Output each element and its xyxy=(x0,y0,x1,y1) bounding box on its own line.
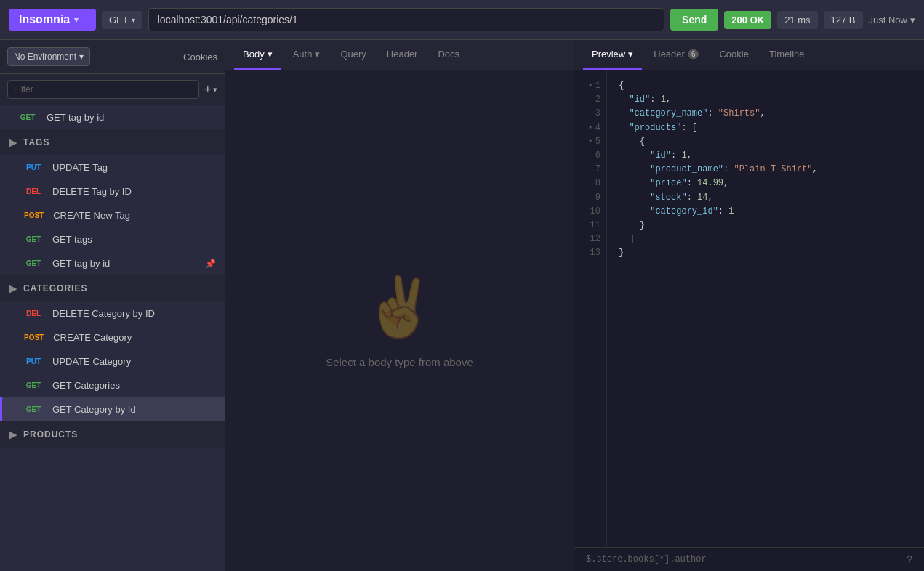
tab-timeline[interactable]: Timeline xyxy=(760,40,813,70)
method-tag: POST xyxy=(20,210,47,221)
method-tag: GET xyxy=(20,380,47,391)
status-badge: 200 OK xyxy=(724,11,771,29)
line-num-5: ▾5 xyxy=(580,135,600,149)
sidebar-list: GET GET tag by id 📌 ▶ TAGS PUT UPDATE Ta… xyxy=(0,105,225,571)
code-line-10: "category_id": 1 xyxy=(619,205,912,219)
tab-preview[interactable]: Preview ▾ xyxy=(583,40,642,70)
body-content: ✌️ Select a body type from above xyxy=(225,70,574,571)
size-stat: 127 B xyxy=(824,11,863,29)
group-label: CATEGORIES xyxy=(23,283,87,293)
main-layout: No Environment ▾ Cookies + ▾ GET GET tag… xyxy=(0,40,924,571)
tab-cookie[interactable]: Cookie xyxy=(710,40,757,70)
sidebar-sub-bar: No Environment ▾ Cookies xyxy=(0,40,225,74)
group-products[interactable]: ▶ PRODUCTS xyxy=(0,421,225,448)
filter-input[interactable] xyxy=(7,80,199,99)
line-num-11: 11 xyxy=(580,219,600,232)
tab-auth[interactable]: Auth ▾ xyxy=(284,40,329,70)
tab-response-header-label: Header xyxy=(654,49,685,60)
add-request-button[interactable]: + ▾ xyxy=(204,82,217,97)
folder-icon: ▶ xyxy=(9,429,17,440)
method-tag: PUT xyxy=(20,162,47,173)
list-item[interactable]: GET GET Categories xyxy=(0,373,225,397)
code-line-4: "products": [ xyxy=(619,121,912,135)
tab-query[interactable]: Query xyxy=(332,40,374,70)
request-tab-bar: Body ▾ Auth ▾ Query Header Docs xyxy=(225,40,574,70)
tab-query-label: Query xyxy=(340,49,366,60)
tab-auth-chevron: ▾ xyxy=(315,49,320,60)
item-label: GET tag by id xyxy=(47,112,199,123)
sidebar: No Environment ▾ Cookies + ▾ GET GET tag… xyxy=(0,40,225,571)
folder-icon: ▶ xyxy=(9,283,17,294)
code-line-2: "id": 1, xyxy=(619,93,912,107)
line-num-6: 6 xyxy=(580,149,600,163)
tab-cookie-label: Cookie xyxy=(719,49,748,60)
line-num-7: 7 xyxy=(580,163,600,177)
group-tags[interactable]: ▶ TAGS xyxy=(0,129,225,155)
add-chevron: ▾ xyxy=(213,85,217,94)
method-tag: POST xyxy=(20,332,47,343)
code-line-11: } xyxy=(619,219,912,232)
tab-response-header[interactable]: Header 6 xyxy=(645,40,707,70)
response-content: ▾1 2 3 ▾4 ▾5 6 7 8 9 10 11 12 13 { "id":… xyxy=(574,70,924,547)
item-label: GET Categories xyxy=(52,380,216,391)
tab-preview-chevron: ▾ xyxy=(628,49,633,60)
list-item[interactable]: POST CREATE Category xyxy=(0,325,225,349)
url-input[interactable] xyxy=(148,8,664,31)
line-num-13: 13 xyxy=(580,246,600,260)
list-item[interactable]: GET GET tags xyxy=(0,227,225,251)
method-label: GET xyxy=(109,15,129,25)
item-label: UPDATE Tag xyxy=(52,162,216,173)
item-label: CREATE New Tag xyxy=(53,210,216,221)
footer-query[interactable]: $.store.books[*].author xyxy=(586,554,898,564)
plus-icon: + xyxy=(204,82,212,97)
code-line-13: } xyxy=(619,246,912,260)
method-tag: GET xyxy=(20,404,47,415)
line-num-3: 3 xyxy=(580,107,600,121)
header-count-badge: 6 xyxy=(688,49,699,59)
response-footer: $.store.books[*].author ? xyxy=(574,547,924,571)
item-label: CREATE Category xyxy=(53,332,216,343)
item-label: GET Category by Id xyxy=(52,404,216,415)
tab-body[interactable]: Body ▾ xyxy=(234,40,281,70)
folder-icon: ▶ xyxy=(9,137,17,148)
code-line-5: { xyxy=(619,135,912,149)
list-item[interactable]: DEL DELETE Category by ID xyxy=(0,301,225,325)
item-label: GET tag by id xyxy=(52,258,199,269)
send-button[interactable]: Send xyxy=(670,9,718,31)
tab-body-label: Body xyxy=(243,49,265,60)
code-line-6: "id": 1, xyxy=(619,149,912,163)
tab-header[interactable]: Header xyxy=(378,40,427,70)
method-tag: GET xyxy=(20,234,47,245)
list-item[interactable]: PUT UPDATE Category xyxy=(0,349,225,373)
time-stat: 21 ms xyxy=(777,11,817,29)
group-label: PRODUCTS xyxy=(23,429,78,440)
list-item[interactable]: DEL DELETE Tag by ID xyxy=(0,179,225,203)
group-categories[interactable]: ▶ CATEGORIES xyxy=(0,275,225,301)
tab-preview-label: Preview xyxy=(592,49,625,60)
response-tab-bar: Preview ▾ Header 6 Cookie Timeline xyxy=(574,40,924,70)
env-selector[interactable]: No Environment ▾ xyxy=(7,47,90,66)
list-item[interactable]: POST CREATE New Tag xyxy=(0,203,225,227)
tab-auth-label: Auth xyxy=(293,49,313,60)
list-item[interactable]: PUT UPDATE Tag xyxy=(0,155,225,179)
list-item[interactable]: GET GET tag by id 📌 xyxy=(0,251,225,275)
code-line-3: "category_name": "Shirts", xyxy=(619,107,912,121)
app-title-text: Insomnia xyxy=(19,13,70,26)
cookies-button[interactable]: Cookies xyxy=(183,52,217,62)
app-title[interactable]: Insomnia ▾ xyxy=(9,9,96,31)
env-label: No Environment xyxy=(14,52,76,62)
list-item-active[interactable]: GET GET Category by Id xyxy=(0,397,225,421)
line-num-8: 8 xyxy=(580,177,600,190)
method-selector[interactable]: GET ▾ xyxy=(102,11,142,29)
env-chevron: ▾ xyxy=(79,52,84,62)
method-chevron: ▾ xyxy=(132,16,135,24)
timestamp-chevron: ▾ xyxy=(910,15,915,25)
code-line-8: "price": 14.99, xyxy=(619,177,912,190)
filter-row: + ▾ xyxy=(0,74,225,105)
request-item-top[interactable]: GET GET tag by id 📌 xyxy=(0,105,225,129)
help-icon[interactable]: ? xyxy=(907,554,912,565)
hand-emoji: ✌️ xyxy=(363,273,436,341)
tab-docs[interactable]: Docs xyxy=(429,40,468,70)
timestamp: Just Now ▾ xyxy=(869,15,915,25)
code-line-7: "product_name": "Plain T-Shirt", xyxy=(619,163,912,177)
